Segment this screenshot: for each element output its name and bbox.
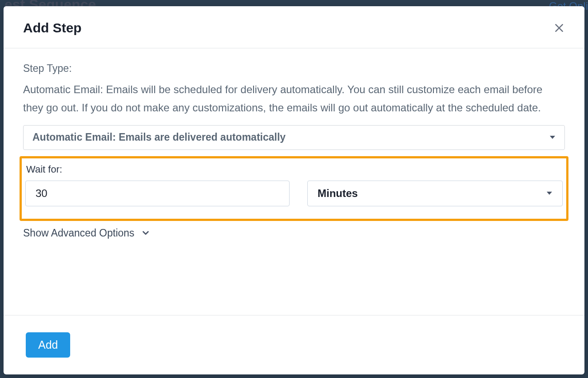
wait-unit-select[interactable]: Minutes [307,181,563,206]
modal-footer: Add [4,315,584,374]
dropdown-caret-icon [546,189,552,197]
wait-for-label: Wait for: [26,164,563,175]
add-button[interactable]: Add [26,332,70,358]
modal-title: Add Step [23,20,82,35]
close-icon [553,22,565,34]
step-type-label: Step Type: [23,63,565,75]
wait-unit-value: Minutes [318,187,546,200]
wait-duration-input[interactable] [25,181,290,206]
modal-body: Step Type: Automatic Email: Emails will … [4,48,584,315]
step-type-select-value: Automatic Email: Emails are delivered au… [32,131,549,143]
step-type-select[interactable]: Automatic Email: Emails are delivered au… [23,125,565,150]
advanced-options-label: Show Advanced Options [23,227,135,239]
close-button[interactable] [552,20,567,35]
step-type-description: Automatic Email: Emails will be schedule… [23,81,565,117]
add-step-modal: Add Step Step Type: Automatic Email: Ema… [4,6,584,374]
chevron-down-icon [141,228,151,238]
dropdown-caret-icon [549,134,556,142]
wait-row: Minutes [25,181,563,206]
show-advanced-options-toggle[interactable]: Show Advanced Options [23,227,565,239]
wait-section-highlight: Wait for: Minutes [20,156,568,221]
modal-header: Add Step [4,6,584,48]
